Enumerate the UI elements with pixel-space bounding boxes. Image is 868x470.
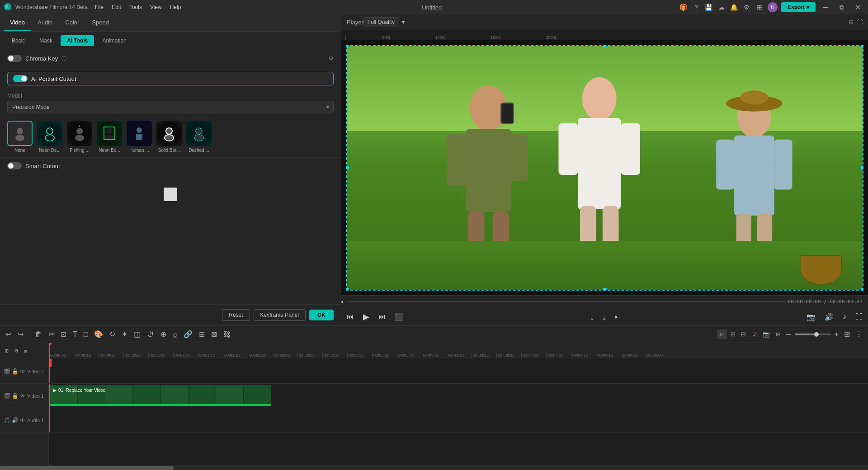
link-icon[interactable]: 🔗 [182, 329, 194, 339]
video-clip[interactable]: ▶ 01: Replace Your Video [50, 385, 271, 406]
zoom-slider[interactable] [795, 334, 831, 335]
fullscreen-icon[interactable]: ⛶ [857, 19, 863, 25]
text-icon[interactable]: T [71, 329, 79, 339]
video2-lock-icon[interactable]: 🔓 [12, 368, 19, 375]
track-collapse-button[interactable]: ≡ [22, 348, 28, 355]
audio1-eye-icon[interactable]: 👁 [20, 417, 25, 423]
handle-t[interactable] [603, 45, 607, 47]
fullscreen-button[interactable]: ⛶ [853, 312, 865, 322]
help-circle-icon[interactable]: ? [692, 3, 701, 12]
ai-portrait-toggle[interactable] [13, 75, 28, 82]
restore-button[interactable]: ⧉ [835, 1, 848, 14]
in-point-button[interactable]: ⌞ [588, 312, 596, 321]
shape-icon[interactable]: □ [82, 329, 90, 339]
keyframe-panel-button[interactable]: Keyframe Panel [254, 309, 306, 321]
video2-icon[interactable]: 🎬 [4, 368, 10, 375]
save-icon[interactable]: 💾 [704, 3, 713, 12]
video1-eye-icon[interactable]: 👁 [20, 393, 25, 399]
zoom-out-button[interactable]: ─ [784, 329, 793, 339]
timeline-tool-5[interactable]: 📷 [761, 330, 772, 338]
gift-icon[interactable]: 🎁 [679, 3, 688, 12]
mask-icon[interactable]: ◫ [132, 329, 142, 339]
preset-neon-de[interactable]: Neon De... [37, 121, 62, 153]
redo-icon[interactable]: ↪ [16, 329, 25, 339]
handle-tl[interactable] [346, 45, 349, 47]
model-select[interactable]: Precision Mode [7, 101, 334, 113]
snapshot-button[interactable]: 📷 [804, 312, 818, 322]
progress-track[interactable] [347, 301, 863, 302]
layout-icon[interactable]: ⊟ [849, 19, 854, 25]
split-icon[interactable]: ⊠ [209, 329, 219, 339]
paint-icon[interactable]: 🎨 [92, 329, 105, 339]
subtab-aitools[interactable]: AI Tools [61, 35, 94, 46]
out-point-button[interactable]: ⌟ [600, 312, 609, 321]
video1-icon[interactable]: 🎬 [4, 393, 10, 399]
video2-eye-icon[interactable]: 👁 [20, 368, 25, 375]
track-settings-button[interactable]: ⚙ [12, 347, 20, 355]
timeline-tool-3[interactable]: ⊟ [739, 330, 748, 338]
rotate-icon[interactable]: ↻ [108, 329, 117, 339]
mark-in-button[interactable]: ⇤ [612, 312, 623, 321]
grid-view-button[interactable]: ⊞ [842, 329, 852, 339]
subtab-animation[interactable]: Animation [96, 35, 132, 46]
info-icon[interactable]: ⓘ [61, 55, 66, 62]
timeline-tool-6[interactable]: ⊕ [774, 330, 782, 338]
preset-neon-bo[interactable]: Neon Bo... [97, 121, 122, 153]
tab-video[interactable]: Video [4, 14, 31, 31]
timeline-scrollbar[interactable] [0, 465, 868, 470]
handle-bl[interactable] [346, 288, 349, 291]
crop-icon[interactable]: ⊡ [59, 329, 68, 339]
speed-icon[interactable]: ⏱ [145, 329, 156, 339]
effect-icon[interactable]: ✦ [120, 329, 129, 339]
close-button[interactable]: ✕ [852, 1, 864, 14]
tab-speed[interactable]: Speed [85, 14, 115, 31]
menu-tools[interactable]: Tools [126, 2, 146, 12]
undo-icon[interactable]: ↩ [4, 329, 13, 339]
zoom-thumb[interactable] [814, 332, 819, 337]
export-button[interactable]: Export ▾ [781, 2, 816, 12]
cloud-icon[interactable]: ☁ [717, 3, 726, 12]
preset-solid-bor[interactable]: Solid Bor... [156, 121, 182, 153]
settings-icon[interactable]: ⚙ [742, 3, 751, 12]
menu-edit[interactable]: Edit [108, 2, 125, 12]
grid-icon[interactable]: ⊞ [755, 3, 764, 12]
chroma-key-toggle[interactable] [7, 55, 22, 62]
quality-select[interactable]: Full Quality [363, 17, 399, 27]
delete-icon[interactable]: 🗑 [33, 329, 44, 339]
stop-button[interactable]: ⬛ [392, 312, 406, 322]
handle-br[interactable] [861, 288, 863, 291]
handle-tr[interactable] [861, 45, 863, 47]
go-end-button[interactable]: ⏭ [376, 312, 388, 322]
more-options-button[interactable]: ⋮ [854, 329, 864, 339]
timeline-tool-2[interactable]: ⊞ [729, 330, 737, 338]
menu-file[interactable]: File [91, 2, 107, 12]
play-button[interactable]: ▶ [360, 311, 372, 323]
preset-fishing[interactable]: Fishing ... [67, 121, 92, 153]
timeline-tool-1[interactable]: ▷ [717, 329, 727, 339]
video1-lock-icon[interactable]: 🔓 [12, 393, 19, 399]
menu-view[interactable]: View [146, 2, 165, 12]
go-start-button[interactable]: ⏮ [344, 312, 357, 322]
avatar[interactable]: U [768, 2, 778, 12]
audio1-icon[interactable]: 🎵 [4, 417, 10, 423]
group-icon[interactable]: ⊞ [197, 329, 207, 339]
chroma-key-settings-icon[interactable]: ⚙ [329, 55, 334, 61]
bell-icon[interactable]: 🔔 [730, 3, 739, 12]
volume-button[interactable]: 🔊 [822, 312, 836, 322]
handle-l[interactable] [346, 166, 349, 169]
smart-cutout-toggle[interactable] [7, 162, 22, 169]
audio1-mute-icon[interactable]: 🔊 [12, 417, 19, 423]
add-track-button[interactable]: ⊞ [3, 347, 10, 355]
tab-color[interactable]: Color [59, 14, 85, 31]
handle-r[interactable] [861, 166, 863, 169]
transform-icon[interactable]: ⌼ [171, 329, 179, 339]
scrollbar-thumb[interactable] [0, 466, 174, 470]
audio-settings-button[interactable]: ♪ [840, 312, 849, 322]
menu-help[interactable]: Help [166, 2, 185, 12]
handle-b[interactable] [603, 288, 607, 291]
preset-none[interactable]: None [7, 121, 33, 153]
minimize-button[interactable]: ─ [819, 1, 832, 14]
reset-button[interactable]: Reset [222, 309, 250, 321]
tab-audio[interactable]: Audio [31, 14, 59, 31]
stabilize-icon[interactable]: ⊕ [159, 329, 168, 339]
